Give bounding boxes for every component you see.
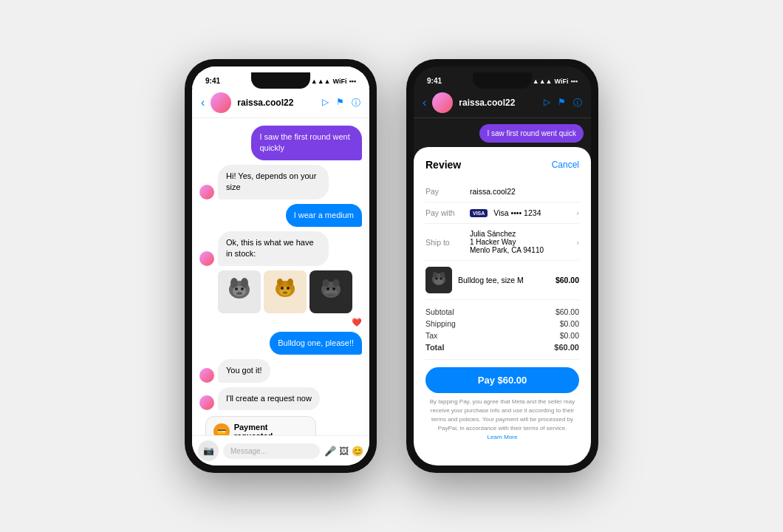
bubble-recv-4: I'll create a request now	[218, 387, 320, 410]
subtotal-label: Subtotal	[425, 307, 454, 316]
tax-label: Tax	[425, 331, 437, 340]
avatar-recv-4	[199, 395, 214, 410]
partial-bubble: I saw first round went quick	[479, 124, 584, 143]
flag-icon-r[interactable]: ⚑	[558, 97, 566, 109]
header-icons-right: ▷ ⚑ ⓘ	[544, 97, 582, 109]
svg-point-28	[440, 272, 445, 278]
svg-point-31	[440, 278, 442, 280]
msg-row-recv-4: I'll create a request now	[199, 387, 362, 410]
product-images	[218, 270, 329, 313]
ship-to-row[interactable]: Ship to Julia Sánchez 1 Hacker Way Menlo…	[425, 224, 579, 261]
avatar-recv-1	[199, 185, 214, 200]
learn-more-link[interactable]: Learn More	[488, 434, 518, 440]
svg-point-29	[434, 279, 443, 284]
pay-row: Pay raissa.cool22	[425, 181, 579, 202]
bubble-recv-3: You got it!	[218, 359, 270, 382]
svg-point-6	[241, 287, 244, 290]
subtotal-value: $60.00	[555, 307, 579, 316]
wifi-icon: WiFi	[333, 78, 347, 85]
tax-row: Tax $0.00	[425, 330, 579, 341]
visa-badge: VISA	[470, 209, 488, 217]
ship-addr2: Menlo Park, CA 94110	[470, 246, 570, 254]
mic-icon[interactable]: 🎤	[324, 446, 336, 457]
svg-point-15	[283, 291, 287, 293]
avatar-recv-3	[199, 368, 214, 383]
video-icon-r[interactable]: ▷	[544, 97, 550, 109]
ship-to-label: Ship to	[425, 238, 464, 247]
payment-icon: 💳	[213, 423, 230, 435]
video-icon[interactable]: ▷	[322, 97, 329, 109]
battery-icon-r: ▪▪▪	[570, 78, 578, 85]
review-title: Review	[425, 159, 461, 171]
message-input-left[interactable]: Message...	[223, 443, 320, 459]
review-overlay: Review Cancel Pay raissa.cool22 Pay with…	[414, 147, 591, 466]
phone-notch-right	[473, 72, 532, 89]
info-icon-r[interactable]: ⓘ	[573, 97, 582, 109]
camera-icon[interactable]: 📷	[198, 440, 219, 461]
svg-point-10	[277, 279, 283, 286]
flag-icon[interactable]: ⚑	[336, 97, 344, 109]
signal-icon: ▲▲▲	[311, 78, 331, 85]
sticker-icon[interactable]: 😊	[352, 446, 363, 457]
bubble-sent-1: I saw the first round went quickly	[251, 126, 362, 160]
bubble-recv-1: Hi! Yes, depends on your size	[218, 165, 329, 200]
chat-body-left: I saw the first round went quickly Hi! Y…	[192, 118, 369, 435]
back-button-right[interactable]: ‹	[423, 96, 426, 109]
back-button-left[interactable]: ‹	[201, 96, 205, 109]
msg-row-sent-3: Bulldog one, please!!	[199, 332, 362, 355]
payment-title: Payment requested	[234, 423, 308, 435]
svg-point-7	[236, 292, 242, 295]
fine-print-text: By tapping Pay, you agree that Meta and …	[430, 398, 575, 432]
pay-big-button[interactable]: Pay $60.00	[425, 367, 579, 393]
input-icons-left: 🎤 🖼 😊	[324, 446, 363, 457]
product-name: Bulldog tee, size M	[458, 276, 550, 284]
product-price: $60.00	[555, 276, 579, 284]
cancel-button[interactable]: Cancel	[552, 160, 579, 170]
header-icons-left: ▷ ⚑ ⓘ	[322, 97, 360, 109]
heart-emoji: ❤️	[352, 318, 362, 327]
ship-addr1: 1 Hacker Way	[470, 238, 570, 246]
dark-chat-partial: I saw first round went quick	[414, 118, 591, 146]
left-screen: 9:41 ▲▲▲ WiFi ▪▪▪ ‹ raissa.cool22 ▷ ⚑ ⓘ …	[192, 66, 369, 466]
wifi-icon-r: WiFi	[555, 78, 569, 85]
battery-icon: ▪▪▪	[349, 78, 356, 85]
payment-header: 💳 Payment requested	[213, 423, 308, 435]
msg-row-sent-1: I saw the first round went quickly	[199, 126, 362, 160]
pay-value: raissa.cool22	[470, 187, 579, 196]
svg-point-22	[332, 287, 335, 290]
chat-input-bar-left: 📷 Message... 🎤 🖼 😊	[192, 435, 369, 466]
gallery-icon[interactable]: 🖼	[339, 446, 349, 457]
ship-name: Julia Sánchez	[470, 230, 570, 238]
right-phone: 9:41 ▲▲▲ WiFi ▪▪▪ ‹ raissa.cool22 ▷ ⚑ ⓘ …	[406, 59, 598, 473]
status-icons-right: ▲▲▲ WiFi ▪▪▪	[533, 78, 578, 85]
svg-rect-24	[326, 293, 336, 296]
subtotal-row: Subtotal $60.00	[425, 306, 579, 318]
chat-header-left: ‹ raissa.cool22 ▷ ⚑ ⓘ	[192, 88, 369, 118]
info-icon[interactable]: ⓘ	[352, 97, 360, 109]
svg-point-14	[287, 287, 290, 290]
time-left: 9:41	[205, 77, 220, 85]
review-header: Review Cancel	[425, 159, 579, 171]
pay-with-row[interactable]: Pay with VISA Visa •••• 1234 ›	[425, 202, 579, 224]
bubble-sent-3: Bulldog one, please!!	[270, 332, 362, 355]
shipping-row: Shipping $0.00	[425, 318, 579, 330]
product-thumb-2	[264, 270, 307, 313]
chat-header-right: ‹ raissa.cool22 ▷ ⚑ ⓘ	[414, 88, 591, 118]
product-thumb-3	[310, 270, 352, 313]
svg-point-11	[287, 279, 293, 286]
msg-row-recv-2: Ok, this is what we have in stock:	[199, 231, 362, 266]
svg-point-21	[326, 287, 329, 290]
contact-avatar-left	[211, 92, 231, 113]
signal-icon-r: ▲▲▲	[533, 78, 553, 85]
pay-with-value-container: VISA Visa •••• 1234	[470, 208, 570, 217]
left-phone: 9:41 ▲▲▲ WiFi ▪▪▪ ‹ raissa.cool22 ▷ ⚑ ⓘ …	[185, 59, 377, 473]
total-label: Total	[425, 343, 444, 352]
bubble-recv-2: Ok, this is what we have in stock:	[218, 231, 329, 266]
ship-to-value: Julia Sánchez 1 Hacker Way Menlo Park, C…	[470, 230, 570, 254]
svg-point-30	[436, 278, 438, 280]
pay-label: Pay	[425, 187, 464, 196]
svg-point-27	[433, 272, 437, 278]
msg-row-heart: ❤️	[199, 318, 362, 327]
shipping-value: $0.00	[560, 319, 579, 328]
pay-with-label: Pay with	[425, 208, 464, 217]
